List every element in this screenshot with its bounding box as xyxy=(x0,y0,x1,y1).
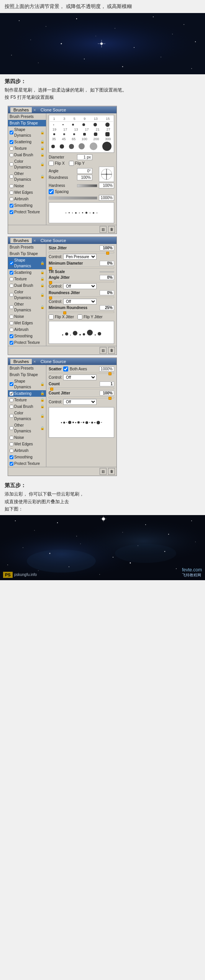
tab-clone-source-3[interactable]: Clone Source xyxy=(38,359,69,364)
count-slider[interactable] xyxy=(49,387,114,389)
tab-brushes-2[interactable]: Brushes xyxy=(10,238,32,243)
sidebar-noise-2[interactable]: Noise xyxy=(8,313,46,320)
flip-x-jitter-checkbox[interactable] xyxy=(49,314,54,319)
sidebar-brush-tip-shape-3[interactable]: Brush Tip Shape xyxy=(8,371,46,378)
tilt-scale-value[interactable] xyxy=(100,272,114,272)
spacing-value[interactable]: 1000% xyxy=(99,195,114,201)
sidebar-protect-texture-3[interactable]: Protect Texture xyxy=(8,460,46,467)
angle-jitter-slider[interactable] xyxy=(49,281,114,283)
count-value[interactable]: 1 xyxy=(100,381,114,386)
roundness-jitter-slider[interactable] xyxy=(49,296,114,298)
sidebar-noise-3[interactable]: Noise xyxy=(8,434,46,441)
svg-point-50 xyxy=(130,563,131,564)
flip-x-checkbox[interactable] xyxy=(49,161,54,166)
sidebar-smoothing-2[interactable]: Smoothing xyxy=(8,333,46,339)
panel3-sidebar: Brush Presets Brush Tip Shape Shape Dyna… xyxy=(8,365,46,467)
scatter-control-label: Control: xyxy=(49,375,62,380)
control1-dropdown[interactable]: Pen Pressure Off Fade Pen Tilt xyxy=(63,254,97,260)
tab-brushes-1[interactable]: Brushes xyxy=(10,107,32,113)
sidebar-protect-texture-2[interactable]: Protect Texture xyxy=(8,339,46,346)
scatter-value[interactable]: 1000% xyxy=(99,366,114,371)
flip-y-checkbox[interactable] xyxy=(69,161,74,166)
sidebar-color-dynamics-1[interactable]: Color Dynamics🔒 xyxy=(8,158,46,170)
sidebar-color-dynamics-2[interactable]: Color Dynamics🔒 xyxy=(8,289,46,301)
tab-brushes-3[interactable]: Brushes xyxy=(10,359,32,364)
panel3-new-btn[interactable]: ▥ xyxy=(100,468,107,475)
min-diameter-value[interactable]: 0% xyxy=(100,261,114,266)
sidebar-wet-edges-1[interactable]: Wet Edges xyxy=(8,189,46,196)
sidebar-dual-brush-3[interactable]: Dual Brush🔒 xyxy=(8,403,46,410)
sidebar-brush-tip-shape-2[interactable]: Brush Tip Shape xyxy=(8,250,46,257)
min-roundness-value[interactable]: 25% xyxy=(100,305,114,310)
panel1-new-btn[interactable]: ▥ xyxy=(100,226,107,233)
count-jitter-slider[interactable] xyxy=(49,396,114,399)
sidebar-smoothing-3[interactable]: Smoothing xyxy=(8,454,46,460)
spacing-slider[interactable] xyxy=(49,196,97,200)
pg-logo: PS xyxy=(3,572,13,578)
svg-point-18 xyxy=(161,57,161,57)
sidebar-dual-brush-1[interactable]: Dual Brush🔒 xyxy=(8,152,46,158)
sidebar-noise-1[interactable]: Noise xyxy=(8,183,46,189)
sidebar-other-dynamics-3[interactable]: Other Dynamics🔒 xyxy=(8,422,46,434)
sidebar-other-dynamics-1[interactable]: Other Dynamics🔒 xyxy=(8,170,46,183)
flip-jitter-row: Flip X Jitter Flip Y Jitter xyxy=(49,314,114,319)
sidebar-color-dynamics-3[interactable]: Color Dynamics🔒 xyxy=(8,410,46,422)
diameter-value[interactable]: 1 px xyxy=(77,154,92,160)
sidebar-other-dynamics-2[interactable]: Other Dynamics🔒 xyxy=(8,301,46,313)
panel2-new-btn[interactable]: ▥ xyxy=(100,347,107,354)
sidebar-wet-edges-2[interactable]: Wet Edges xyxy=(8,320,46,326)
sidebar-scattering-1[interactable]: Scattering🔒 xyxy=(8,139,46,145)
sidebar-wet-edges-3[interactable]: Wet Edges xyxy=(8,441,46,447)
svg-point-11 xyxy=(134,47,134,48)
svg-point-45 xyxy=(195,542,195,542)
sidebar-scattering-2[interactable]: Scattering🔒 xyxy=(8,269,46,276)
sidebar-smoothing-1[interactable]: Smoothing xyxy=(8,202,46,209)
min-roundness-slider[interactable] xyxy=(49,311,114,313)
control3-dropdown[interactable]: Off Pen Pressure xyxy=(63,299,97,304)
count-jitter-value[interactable]: 100% xyxy=(100,391,114,396)
sidebar-texture-1[interactable]: Texture🔒 xyxy=(8,145,46,152)
angle-value[interactable]: 0° xyxy=(77,168,92,174)
sidebar-texture-2[interactable]: Texture🔒 xyxy=(8,276,46,282)
sidebar-texture-3[interactable]: Texture🔒 xyxy=(8,397,46,403)
both-axes-checkbox[interactable] xyxy=(63,366,68,371)
roundness-jitter-value[interactable]: 0% xyxy=(100,290,114,295)
panel1-delete-btn[interactable]: 🗑 xyxy=(108,226,115,233)
scatter-control-row: Control: Off Pen Pressure xyxy=(49,375,114,380)
sidebar-brush-presets-3[interactable]: Brush Presets xyxy=(8,365,46,371)
flip-y-jitter-checkbox[interactable] xyxy=(77,314,82,319)
tab-clone-source-2[interactable]: Clone Source xyxy=(38,238,69,243)
sidebar-shape-dynamics-1[interactable]: Shape Dynamics🔒 xyxy=(8,126,46,139)
sidebar-airbrush-3[interactable]: Airbrush xyxy=(8,447,46,454)
sidebar-brush-presets-2[interactable]: Brush Presets xyxy=(8,244,46,250)
angle-jitter-value[interactable]: 0% xyxy=(100,275,114,280)
size-jitter-slider[interactable] xyxy=(49,251,114,254)
hardness-slider[interactable] xyxy=(77,184,97,187)
brush-grid-1[interactable]: 1 3 5 9 13 15 xyxy=(49,115,114,153)
sidebar-scattering-3[interactable]: Scattering🔒 xyxy=(8,390,46,397)
min-diameter-slider[interactable] xyxy=(49,267,114,269)
sidebar-shape-dynamics-2[interactable]: Shape Dynamics🔒 xyxy=(8,257,46,269)
hardness-value[interactable]: 100% xyxy=(99,183,114,188)
sidebar-protect-texture-1[interactable]: Protect Texture xyxy=(8,209,46,215)
roundness-value[interactable]: 100% xyxy=(77,175,92,180)
count-jitter-control-dropdown[interactable]: Off Pen Pressure xyxy=(63,399,97,405)
tab-clone-source-1[interactable]: Clone Source xyxy=(38,107,69,113)
size-jitter-value[interactable]: 100% xyxy=(100,245,114,250)
scatter-control-dropdown[interactable]: Off Pen Pressure xyxy=(63,375,97,380)
sidebar-dual-brush-2[interactable]: Dual Brush🔒 xyxy=(8,282,46,289)
sidebar-airbrush-2[interactable]: Airbrush xyxy=(8,326,46,333)
panel2-delete-btn[interactable]: 🗑 xyxy=(108,347,115,354)
spacing-checkbox[interactable] xyxy=(49,189,54,194)
sidebar-brush-tip-shape-1[interactable]: Brush Tip Shape xyxy=(8,120,46,126)
sidebar-shape-dynamics-3[interactable]: Shape Dynamics🔒 xyxy=(8,378,46,390)
control2-dropdown[interactable]: Off Pen Pressure Fade xyxy=(63,283,97,289)
angle-dial[interactable] xyxy=(99,167,114,182)
control3-row: Control: Off Pen Pressure xyxy=(49,299,114,304)
scatter-slider[interactable] xyxy=(49,372,114,374)
size-jitter-header: Size Jitter 100% xyxy=(49,245,114,250)
min-roundness-header: Minimum Roundness 25% xyxy=(49,305,114,310)
panel3-delete-btn[interactable]: 🗑 xyxy=(108,468,115,475)
sidebar-brush-presets-1[interactable]: Brush Presets xyxy=(8,113,46,120)
sidebar-airbrush-1[interactable]: Airbrush xyxy=(8,196,46,202)
